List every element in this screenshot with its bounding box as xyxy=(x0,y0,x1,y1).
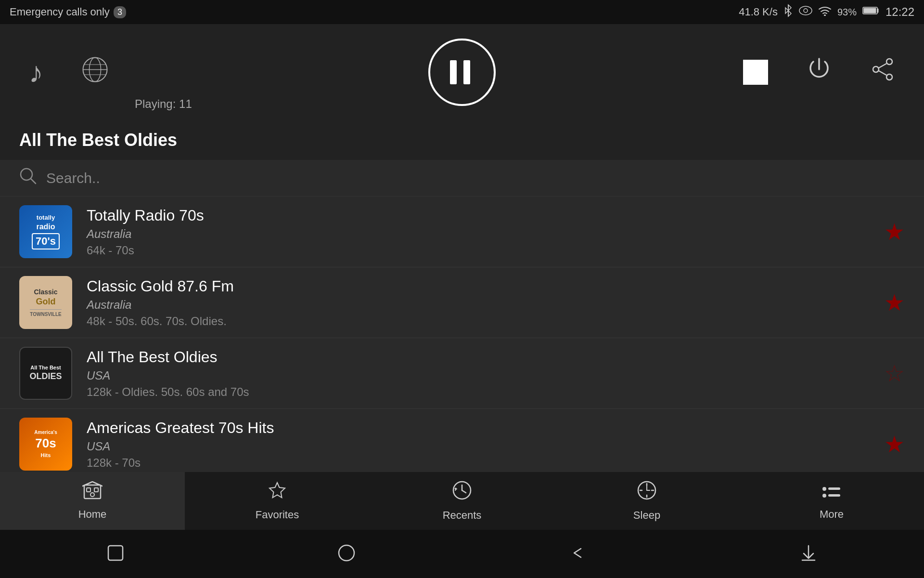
svg-rect-31 xyxy=(828,487,840,490)
svg-point-12 xyxy=(886,74,892,80)
station-logo-1: totally radio 70's xyxy=(19,205,72,258)
search-bar xyxy=(0,160,924,197)
station-name: All The Best Oldies xyxy=(87,348,870,366)
home-button[interactable] xyxy=(337,544,356,564)
station-country: Australia xyxy=(87,227,870,241)
svg-point-13 xyxy=(873,66,879,72)
station-logo-3: All The Best OLDIES xyxy=(19,347,72,400)
list-item[interactable]: America's 70s Hits Americas Greatest 70s… xyxy=(0,409,924,480)
screen-icon xyxy=(799,6,812,18)
svg-point-11 xyxy=(886,59,892,65)
system-nav-bar xyxy=(0,530,924,578)
recent-apps-button[interactable] xyxy=(106,544,125,564)
network-speed: 41.8 K/s xyxy=(739,6,778,18)
playing-info: Playing: 11 xyxy=(135,97,192,111)
station-info-2: Classic Gold 87.6 Fm Australia 48k - 50s… xyxy=(87,277,870,328)
nav-item-more[interactable]: More xyxy=(739,472,924,530)
svg-line-17 xyxy=(31,179,36,184)
station-name: Totally Radio 70s xyxy=(87,207,870,224)
favorite-button-2[interactable]: ★ xyxy=(884,289,905,316)
favorites-label: Favorites xyxy=(256,509,299,521)
list-item[interactable]: All The Best OLDIES All The Best Oldies … xyxy=(0,338,924,409)
nav-item-recents[interactable]: Recents xyxy=(370,472,554,530)
favorites-icon xyxy=(267,481,287,505)
more-label: More xyxy=(820,508,844,521)
svg-line-15 xyxy=(879,64,886,68)
back-button[interactable] xyxy=(568,544,587,564)
svg-point-34 xyxy=(339,545,354,561)
bluetooth-icon xyxy=(783,4,793,20)
nav-item-sleep[interactable]: Sleep xyxy=(554,472,739,530)
playing-label: Playing: 11 xyxy=(135,97,192,110)
time: 12:22 xyxy=(886,5,914,19)
svg-rect-5 xyxy=(863,8,876,13)
player-left-controls: ♪ xyxy=(29,56,108,89)
svg-rect-33 xyxy=(108,546,123,560)
svg-point-1 xyxy=(799,6,812,15)
station-name: Classic Gold 87.6 Fm xyxy=(87,277,870,295)
station-bitrate: 128k - Oldies. 50s. 60s and 70s xyxy=(87,385,870,399)
status-right: 41.8 K/s 93% xyxy=(739,4,914,20)
station-logo-2: Classic Gold TOWNSVILLE xyxy=(19,276,72,329)
station-info-1: Totally Radio 70s Australia 64k - 70s xyxy=(87,207,870,257)
station-info-3: All The Best Oldies USA 128k - Oldies. 5… xyxy=(87,348,870,399)
station-bitrate: 128k - 70s xyxy=(87,456,870,470)
music-icon[interactable]: ♪ xyxy=(29,56,43,89)
pause-button[interactable] xyxy=(428,39,496,106)
station-country: USA xyxy=(87,440,870,453)
recents-icon xyxy=(452,480,472,505)
list-item[interactable]: Classic Gold TOWNSVILLE Classic Gold 87.… xyxy=(0,267,924,338)
globe-icon[interactable] xyxy=(82,56,108,89)
nav-item-home[interactable]: Home xyxy=(0,472,185,530)
station-info-4: Americas Greatest 70s Hits USA 128k - 70… xyxy=(87,419,870,470)
list-item[interactable]: totally radio 70's Totally Radio 70s Aus… xyxy=(0,197,924,267)
station-bitrate: 64k - 70s xyxy=(87,244,870,257)
search-icon xyxy=(19,167,37,189)
station-bitrate: 48k - 50s. 60s. 70s. Oldies. xyxy=(87,315,870,328)
sleep-label: Sleep xyxy=(633,509,660,522)
share-icon[interactable] xyxy=(870,57,895,88)
favorite-button-3[interactable]: ☆ xyxy=(884,360,905,387)
power-icon[interactable] xyxy=(807,57,832,88)
svg-point-21 xyxy=(90,493,94,497)
svg-point-29 xyxy=(822,487,826,491)
svg-line-14 xyxy=(879,71,886,75)
station-logo-4: America's 70s Hits xyxy=(19,418,72,471)
search-input[interactable] xyxy=(46,170,905,186)
svg-rect-32 xyxy=(828,494,840,497)
station-country: Australia xyxy=(87,298,870,312)
favorite-button-4[interactable]: ★ xyxy=(884,431,905,458)
battery-text: 93% xyxy=(837,7,857,18)
favorite-button-1[interactable]: ★ xyxy=(884,218,905,245)
wifi-icon xyxy=(818,5,832,19)
pause-icon xyxy=(450,60,474,84)
battery-icon xyxy=(862,6,880,18)
sleep-icon xyxy=(637,480,657,505)
svg-point-3 xyxy=(824,14,826,16)
stop-button[interactable] xyxy=(743,60,768,85)
recents-label: Recents xyxy=(443,509,482,522)
player-bar: ♪ Playing: 11 xyxy=(0,24,924,120)
nav-item-favorites[interactable]: Favorites xyxy=(185,472,370,530)
status-left: Emergency calls only 3 xyxy=(10,6,126,18)
svg-point-2 xyxy=(804,9,808,13)
notification-badge: 3 xyxy=(114,6,126,18)
more-icon xyxy=(821,481,842,504)
status-bar: Emergency calls only 3 41.8 K/s xyxy=(0,0,924,24)
station-list: totally radio 70's Totally Radio 70s Aus… xyxy=(0,197,924,480)
download-button[interactable] xyxy=(799,544,818,564)
home-label: Home xyxy=(78,508,107,521)
svg-rect-19 xyxy=(87,488,90,492)
bottom-nav: Home Favorites Recents xyxy=(0,472,924,530)
player-right-controls xyxy=(743,57,895,88)
emergency-text: Emergency calls only xyxy=(10,6,110,18)
station-country: USA xyxy=(87,369,870,382)
svg-point-30 xyxy=(822,494,826,498)
svg-rect-20 xyxy=(94,488,98,492)
now-playing-title: All The Best Oldies xyxy=(0,120,924,160)
home-icon xyxy=(82,481,103,504)
station-name: Americas Greatest 70s Hits xyxy=(87,419,870,437)
